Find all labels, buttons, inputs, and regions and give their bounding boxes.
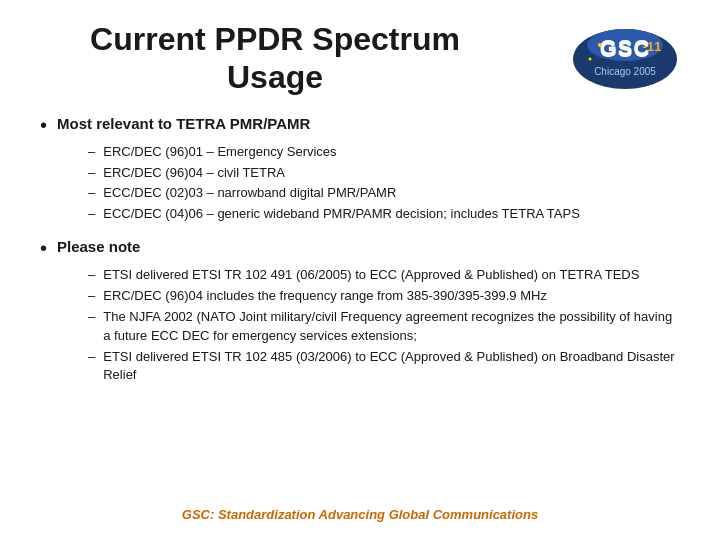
section-2: • Please note – ETSI delivered ETSI TR 1… (40, 238, 680, 385)
page-title: Current PPDR Spectrum Usage (40, 20, 510, 97)
bullet-1: • (40, 114, 47, 137)
header-area: Current PPDR Spectrum Usage GSC GSC -11 … (40, 20, 680, 97)
dash-icon: – (88, 205, 95, 224)
list-item: – ECC/DEC (04)06 – generic wideband PMR/… (88, 205, 680, 224)
section-1: • Most relevant to TETRA PMR/PAMR – ERC/… (40, 115, 680, 224)
gsc-logo-icon: GSC GSC -11 Chicago 2005 (570, 25, 680, 93)
subitem-text: ECC/DEC (02)03 – narrowband digital PMR/… (103, 184, 680, 203)
dash-icon: – (88, 184, 95, 203)
list-item: – ETSI delivered ETSI TR 102 491 (06/200… (88, 266, 680, 285)
svg-text:-11: -11 (643, 39, 662, 54)
dash-icon: – (88, 164, 95, 183)
dash-icon: – (88, 348, 95, 367)
title-block: Current PPDR Spectrum Usage (40, 20, 570, 97)
dash-icon: – (88, 266, 95, 285)
section1-heading: Most relevant to TETRA PMR/PAMR (57, 115, 310, 132)
subitem-text: ECC/DEC (04)06 – generic wideband PMR/PA… (103, 205, 680, 224)
subitem-text: ERC/DEC (96)01 – Emergency Services (103, 143, 680, 162)
section1-sublist: – ERC/DEC (96)01 – Emergency Services – … (88, 143, 680, 224)
logo-block: GSC GSC -11 Chicago 2005 (570, 25, 680, 93)
list-item: – ERC/DEC (96)01 – Emergency Services (88, 143, 680, 162)
subitem-text: ETSI delivered ETSI TR 102 491 (06/2005)… (103, 266, 680, 285)
section2-sublist: – ETSI delivered ETSI TR 102 491 (06/200… (88, 266, 680, 385)
svg-text:Chicago 2005: Chicago 2005 (594, 66, 656, 77)
title-line2: Usage (227, 59, 323, 95)
list-item: – ECC/DEC (02)03 – narrowband digital PM… (88, 184, 680, 203)
subitem-text: ERC/DEC (96)04 includes the frequency ra… (103, 287, 680, 306)
dash-icon: – (88, 143, 95, 162)
subitem-text: ERC/DEC (96)04 – civil TETRA (103, 164, 680, 183)
subitem-text: The NJFA 2002 (NATO Joint military/civil… (103, 308, 680, 346)
list-item: – ETSI delivered ETSI TR 102 485 (03/200… (88, 348, 680, 386)
section1-heading-row: • Most relevant to TETRA PMR/PAMR (40, 115, 680, 137)
section2-heading-row: • Please note (40, 238, 680, 260)
footer-tagline: GSC: Standardization Advancing Global Co… (0, 507, 720, 522)
list-item: – The NJFA 2002 (NATO Joint military/civ… (88, 308, 680, 346)
svg-point-6 (598, 43, 602, 47)
section2-heading: Please note (57, 238, 140, 255)
bullet-2: • (40, 237, 47, 260)
list-item: – ERC/DEC (96)04 includes the frequency … (88, 287, 680, 306)
page: Current PPDR Spectrum Usage GSC GSC -11 … (0, 0, 720, 540)
subitem-text: ETSI delivered ETSI TR 102 485 (03/2006)… (103, 348, 680, 386)
title-line1: Current PPDR Spectrum (90, 21, 460, 57)
dash-icon: – (88, 308, 95, 327)
svg-point-7 (589, 58, 592, 61)
dash-icon: – (88, 287, 95, 306)
list-item: – ERC/DEC (96)04 – civil TETRA (88, 164, 680, 183)
